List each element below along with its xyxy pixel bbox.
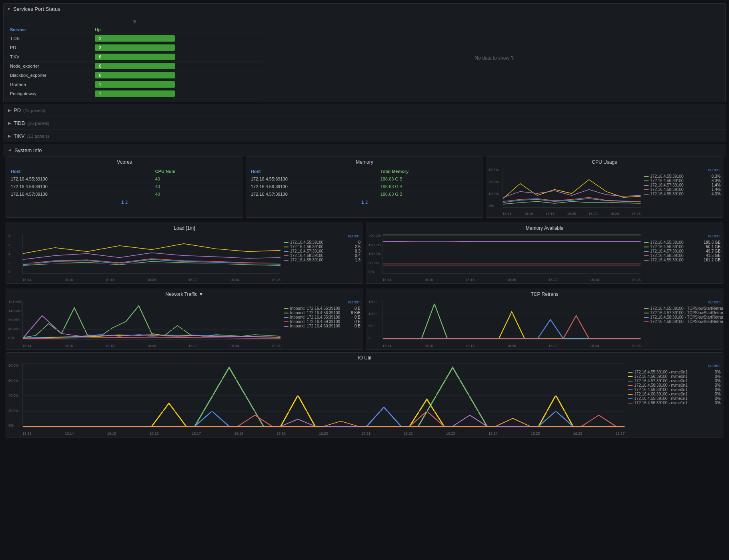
- vcores-title: Vcores: [6, 157, 243, 166]
- legend-color-indicator: [628, 394, 633, 395]
- cpu-usage-panel: CPU Usage 30.0%20.0%10.0%0%: [486, 157, 723, 218]
- legend-value: 8.3%: [709, 179, 721, 183]
- legend-item: Inbound: 172.16.4.59:39100 0 B: [284, 319, 360, 324]
- legend-color-indicator: [628, 398, 633, 399]
- memory-row: 172.16.4.56:39100 188.63 GiB: [248, 183, 481, 191]
- collapsed-section-tikv[interactable]: ▶ TiKV (13 panels): [3, 129, 726, 142]
- legend-color-indicator: [644, 317, 649, 318]
- system-info-header[interactable]: ▼ System Info: [3, 144, 726, 157]
- legend-label: Inbound: 172.16.4.56:39100: [290, 311, 347, 315]
- section-title-tidb: TiDB: [14, 120, 25, 126]
- legend-value: 2.5: [348, 245, 360, 249]
- legend-label: 172.16.4.59:39100: [650, 192, 707, 196]
- memory-total-val: 188.63 GiB: [377, 191, 481, 198]
- cpu-usage-legend-header: current: [644, 168, 721, 172]
- legend-color-indicator: [284, 247, 288, 247]
- network-traffic-chart-area: 191 MiB143 MiB95 MiB48 MiB0 B: [8, 300, 280, 348]
- vcores-pagination[interactable]: 12: [8, 198, 241, 206]
- chevron-right-icon: ▶: [8, 134, 11, 138]
- row1-grid: Vcores Host CPU Num 172.16.4.55:39100 40…: [3, 157, 726, 220]
- panel-count-pd: (13 panels): [23, 108, 45, 113]
- legend-item: 172.16.4.58:39100 - TCPSlowStartRetrans …: [644, 315, 721, 319]
- legend-value: 50.1 GB: [706, 245, 721, 249]
- services-port-status-header[interactable]: ▼ Services Port Status: [4, 4, 725, 14]
- legend-label: 172.16.4.56:39100: [650, 179, 707, 183]
- vcores-cpu-val: 40: [152, 191, 241, 198]
- memory-pagination[interactable]: 12: [248, 198, 481, 206]
- legend-label: 172.16.4.59:39100 - nvme0n1: [634, 387, 707, 392]
- io-util-content: 80.0%60.0%40.0%20.0%0%: [6, 362, 723, 437]
- legend-color-indicator: [644, 176, 649, 177]
- legend-value: 49.7 GB: [706, 249, 721, 253]
- legend-value: 0%: [709, 401, 721, 405]
- memory-title: Memory: [246, 157, 483, 166]
- memory-panel: Memory Host Total Memory 172.16.4.55:391…: [246, 157, 483, 218]
- row2-grid: Load [1m] 86420: [3, 220, 726, 286]
- chevron-down-icon: ▼: [7, 7, 11, 11]
- legend-label: 172.16.4.56:39100 - nvme0n1: [634, 374, 707, 379]
- legend-color-indicator: [284, 251, 288, 252]
- legend-color-indicator: [644, 251, 649, 252]
- load-x-axis: 16:1416:1616:1816:2016:2216:2416:26: [22, 278, 280, 282]
- services-table-row: Pushgateway 1: [7, 89, 263, 98]
- cpu-usage-chart-panel: 30.0%20.0%10.0%0%: [486, 166, 723, 217]
- legend-item: 172.16.4.56:39100 8.3%: [644, 179, 721, 183]
- memory-page-1[interactable]: 1: [361, 200, 364, 205]
- memory-page-2[interactable]: 2: [365, 200, 368, 205]
- service-up-value: 2: [92, 34, 263, 43]
- service-name: TiKV: [7, 52, 92, 62]
- legend-value: 0 B: [348, 306, 360, 311]
- legend-value: 0 B: [348, 315, 360, 319]
- legend-color-indicator: [284, 317, 288, 318]
- legend-label: 172.16.4.56:39100 - nvme1n1: [634, 401, 707, 405]
- legend-label: Inbound: 172.16.4.55:39100: [290, 315, 347, 319]
- legend-color-indicator: [284, 242, 288, 243]
- legend-value: 0%: [709, 370, 721, 374]
- memory-available-chart-panel: 200 GB150 GB100 GB50 GB0 B: [366, 232, 723, 283]
- row3-grid: Network Traffic ▼ 191 MiB143 MiB95 MiB48…: [3, 286, 726, 352]
- vcores-page-2[interactable]: 2: [125, 200, 128, 205]
- load-plot: [22, 234, 280, 274]
- service-name: PD: [7, 43, 92, 52]
- legend-item: 172.16.4.57:39100 49.7 GB: [644, 249, 721, 253]
- system-info-title: System Info: [14, 147, 42, 153]
- network-traffic-title[interactable]: Network Traffic ▼: [6, 289, 363, 298]
- cpu-usage-title: CPU Usage: [486, 157, 723, 166]
- legend-item: 172.16.4.56:39100 - nvme0n1 0%: [628, 374, 721, 379]
- legend-item: 172.16.4.59:39100 - TCPSlowStartRetrans …: [644, 319, 721, 324]
- legend-item: 172.16.4.56:39100 - nvme1n1 0%: [628, 401, 721, 405]
- vcores-row: 172.16.4.56:39100 40: [8, 183, 241, 191]
- legend-value: 161.2 GB: [704, 258, 721, 262]
- legend-item: 172.16.4.59:39100 - nvme0n1 0%: [628, 387, 721, 392]
- legend-color-indicator: [284, 321, 288, 322]
- collapsed-section-tidb[interactable]: ▶ TiDB (16 panels): [3, 116, 726, 129]
- io-util-title: IO Util: [6, 353, 723, 362]
- chevron-right-icon: ▶: [8, 121, 11, 125]
- vcores-host-header: Host: [8, 168, 152, 175]
- legend-value: 0.3: [348, 249, 360, 253]
- services-table-row: Grafana 1: [7, 80, 263, 89]
- tcp-retrans-chart-area: 150.0100.050.00: [369, 300, 641, 348]
- legend-color-indicator: [628, 389, 633, 390]
- legend-label: 172.16.4.59:39100 - TCPSlowStartRetrans: [650, 319, 723, 324]
- legend-item: 172.16.4.55:39100 0.3%: [644, 174, 721, 179]
- tcp-retrans-legend-header: current: [644, 300, 721, 304]
- vcores-page-1[interactable]: 1: [121, 200, 124, 205]
- memory-available-y-axis: 200 GB150 GB100 GB50 GB0 B: [369, 234, 383, 274]
- legend-item: 172.16.4.59:39100 161.2 GB: [644, 258, 721, 262]
- service-name: TiDB: [7, 34, 92, 43]
- legend-label: 172.16.4.58:39100 - nvme0n1: [634, 383, 707, 387]
- io-util-legend: current 172.16.4.55:39100 - nvme0n1 0% 1…: [625, 363, 721, 436]
- memory-row: 172.16.4.57:39100 188.63 GiB: [248, 191, 481, 198]
- tcp-retrans-panel: TCP Retrans 150.0100.050.00: [366, 289, 723, 350]
- section-title-tikv: TiKV: [14, 133, 25, 139]
- cpu-usage-y-axis: 30.0%20.0%10.0%0%: [489, 168, 503, 208]
- collapsed-section-pd[interactable]: ▶ PD (13 panels): [3, 104, 726, 116]
- load-chart-area: 86420: [8, 234, 280, 282]
- vcores-host: 172.16.4.56:39100: [8, 183, 152, 191]
- service-up-value: 1: [92, 80, 263, 89]
- vcores-cpu-val: 40: [152, 183, 241, 191]
- legend-value: 0 B: [348, 324, 360, 328]
- legend-label: 172.16.4.60:39100 - nvme0n1: [634, 392, 707, 396]
- services-table-row: TiKV 6: [7, 52, 263, 62]
